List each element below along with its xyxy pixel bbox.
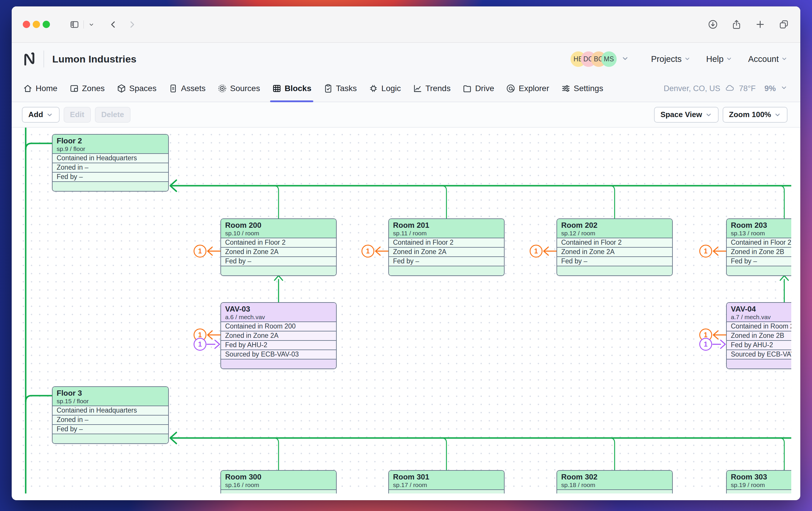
header-divider — [44, 51, 44, 67]
titlebar-divider — [84, 21, 84, 29]
drop-room201 — [442, 186, 446, 219]
block-title: Room 202 — [561, 221, 668, 230]
block-header: Room 200sp.10 / room — [221, 219, 336, 238]
block-title: Room 201 — [393, 221, 500, 230]
block-title: Room 302 — [561, 473, 668, 482]
block-row: Fed by – — [557, 256, 672, 266]
orange-count-badge[interactable]: 1 — [699, 245, 712, 258]
avatar[interactable]: MS — [601, 51, 617, 67]
orange-count-badge[interactable]: 1 — [361, 245, 374, 258]
block-footer — [221, 266, 336, 275]
spaces-icon — [116, 84, 126, 93]
nav-label: Explorer — [519, 84, 549, 93]
close-window-button[interactable] — [23, 21, 30, 28]
block-row: Fed by – — [53, 172, 168, 181]
nav-item-sources[interactable]: Sources — [217, 75, 260, 102]
weather-chevron-icon — [780, 84, 787, 93]
zoom-window-button[interactable] — [42, 21, 50, 28]
sidebar-toggle-icon[interactable] — [69, 20, 80, 29]
block-subtitle: sp.16 / room — [225, 482, 332, 488]
nav-item-trends[interactable]: Trends — [412, 75, 451, 102]
orange-count-badge[interactable]: 1 — [194, 245, 206, 258]
app-logo-icon[interactable] — [22, 52, 36, 66]
edit-button[interactable]: Edit — [64, 107, 91, 123]
main-nav: Home Zones Spaces Assets Sources Blocks — [12, 75, 800, 102]
block-header: VAV-04a.7 / mech.vav — [727, 303, 791, 321]
nav-item-assets[interactable]: Assets — [168, 75, 206, 102]
block-footer — [53, 181, 168, 191]
avatar-group[interactable]: HE DG BG MS — [571, 51, 617, 67]
zone-arrow-room203 — [713, 247, 726, 255]
block-room303[interactable]: Room 303sp.19 / room — [726, 470, 791, 493]
zoom-dropdown[interactable]: Zoom 100% — [723, 107, 788, 123]
nav-item-zones[interactable]: Zones — [69, 75, 105, 102]
block-title: Floor 3 — [57, 389, 164, 398]
cloud-icon — [725, 84, 734, 93]
sidebar-chevron-icon[interactable] — [88, 21, 95, 28]
back-icon[interactable] — [108, 20, 118, 29]
nav-item-blocks[interactable]: Blocks — [272, 75, 312, 102]
drop-room202 — [610, 186, 615, 219]
downloads-icon[interactable] — [707, 19, 718, 30]
nav-item-spaces[interactable]: Spaces — [116, 75, 156, 102]
block-footer — [389, 266, 504, 275]
nav-item-drive[interactable]: Drive — [462, 75, 494, 102]
help-menu[interactable]: Help — [706, 54, 732, 64]
chevron-down-icon — [705, 111, 712, 118]
block-room202[interactable]: Room 202sp.12 / roomContained in Floor 2… — [556, 219, 673, 276]
block-footer — [727, 359, 791, 369]
share-icon[interactable] — [731, 19, 742, 30]
weather-status[interactable]: Denver, CO, US 78°F 9% — [664, 84, 787, 93]
view-mode-dropdown[interactable]: Space View — [654, 107, 719, 123]
block-room203[interactable]: Room 203sp.13 / roomContained in Floor 2… — [726, 219, 791, 276]
nav-label: Home — [36, 84, 58, 93]
nav-label: Settings — [574, 84, 603, 93]
orange-count-badge[interactable]: 1 — [530, 245, 543, 258]
window-titlebar — [12, 6, 800, 42]
nav-label: Drive — [475, 84, 494, 93]
tab-overview-icon[interactable] — [778, 19, 789, 30]
block-room200[interactable]: Room 200sp.10 / roomContained in Floor 2… — [221, 219, 337, 276]
add-button[interactable]: Add — [22, 107, 60, 123]
block-row: Contained in Floor 2 — [389, 238, 504, 247]
blocks-icon — [272, 84, 282, 93]
menu-label: Projects — [651, 54, 682, 64]
nav-item-logic[interactable]: Logic — [369, 75, 401, 102]
drive-icon — [462, 84, 472, 93]
delete-button[interactable]: Delete — [95, 107, 130, 123]
block-title: Room 303 — [731, 473, 791, 482]
purple-count-badge[interactable]: 1 — [699, 338, 712, 351]
account-menu[interactable]: Account — [748, 54, 787, 64]
block-subtitle: a.6 / mech.vav — [225, 314, 332, 321]
block-floor2[interactable]: Floor 2sp.9 / floorContained in Headquar… — [52, 134, 169, 192]
block-room302[interactable]: Room 302sp.18 / room — [556, 470, 673, 493]
block-row: Zoned in Zone 2A — [221, 247, 336, 256]
fed-arrow-vav03 — [207, 340, 220, 348]
nav-label: Assets — [181, 84, 206, 93]
menu-label: Help — [706, 54, 724, 64]
nav-item-explorer[interactable]: Explorer — [506, 75, 549, 102]
purple-count-badge[interactable]: 1 — [194, 338, 206, 351]
weather-humidity: 9% — [764, 84, 776, 93]
nav-item-home[interactable]: Home — [23, 75, 58, 102]
block-vav03[interactable]: VAV-03a.6 / mech.vavContained in Room 20… — [221, 302, 337, 369]
forward-icon[interactable] — [127, 20, 137, 29]
block-title: Floor 2 — [57, 136, 164, 145]
minimize-window-button[interactable] — [33, 21, 40, 28]
block-room301[interactable]: Room 301sp.17 / room — [388, 470, 504, 493]
avatars-chevron-icon[interactable] — [621, 55, 629, 63]
projects-menu[interactable]: Projects — [651, 54, 691, 64]
block-vav04[interactable]: VAV-04a.7 / mech.vavContained in Room 20… — [726, 302, 791, 369]
blocks-canvas[interactable]: Floor 2sp.9 / floorContained in Headquar… — [18, 127, 791, 493]
nav-item-tasks[interactable]: Tasks — [323, 75, 357, 102]
block-room201[interactable]: Room 201sp.11 / roomContained in Floor 2… — [388, 219, 504, 276]
block-room300[interactable]: Room 300sp.16 / room — [221, 470, 337, 493]
block-header: Room 201sp.11 / room — [389, 219, 504, 238]
tasks-icon — [323, 84, 333, 93]
block-floor3[interactable]: Floor 3sp.15 / floorContained in Headqua… — [52, 386, 169, 444]
zoom-level-label: Zoom 100% — [729, 110, 772, 119]
new-tab-icon[interactable] — [755, 19, 765, 30]
block-row: Sourced by ECB-VAV-03 — [221, 349, 336, 359]
block-row: Contained in Room 203 — [727, 321, 791, 331]
nav-item-settings[interactable]: Settings — [561, 75, 603, 102]
